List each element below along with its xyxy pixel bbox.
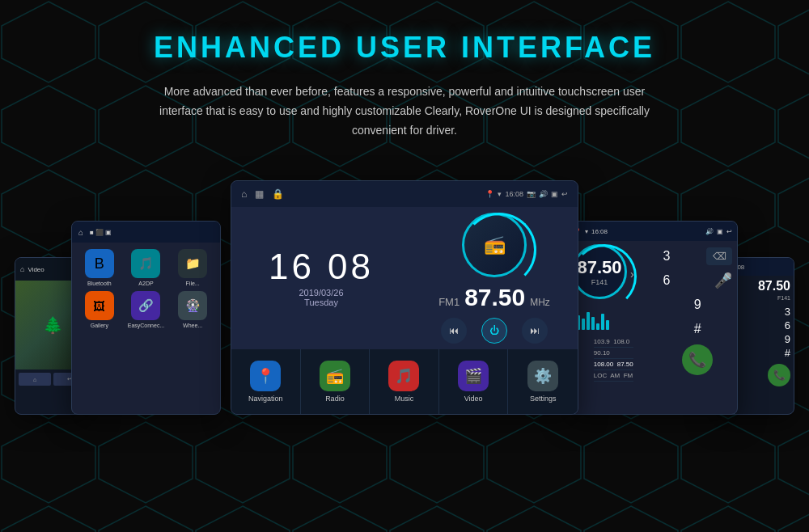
video-icon: 🎬 [458, 361, 489, 391]
fm-unit: MHz [530, 297, 550, 308]
sr-circle-row: 87.50 F141 › [572, 244, 655, 304]
bar-8 [606, 320, 609, 330]
center-header: ⌂ ▦ 🔒 📍 ▾ 16:08 📷 🔊 ▣ ↩ [231, 181, 578, 207]
header-right: 🔊 ▣ ↩ [705, 228, 732, 235]
sfl-title: Video [28, 266, 44, 273]
wifi-icon: ▾ [585, 228, 588, 235]
sr-bars-row [572, 307, 655, 333]
easyconnect-icon: 🔗 [131, 291, 160, 320]
disp-icon: ▣ [717, 228, 723, 235]
sr-numpad-right: 3 ⌫ 6 🎤 9 # 📞 [659, 241, 737, 414]
music-icon: 🎵 [388, 361, 419, 391]
header-left: ⌂ ▦ 🔒 [241, 188, 284, 200]
play-button[interactable]: ⏻ [481, 318, 507, 344]
app-a2dp[interactable]: 🎵 A2DP [125, 249, 167, 286]
app-wheel[interactable]: 🎡 Whee... [172, 291, 214, 328]
app-label: Navigation [248, 395, 283, 403]
media-controls: ⏮ ⏻ ⏭ [441, 318, 548, 344]
app-label: A2DP [138, 281, 153, 286]
radio-panel: 📻 FM1 87.50 MHz ⏮ ⏻ ⏭ [411, 207, 578, 349]
app-easyconnect[interactable]: 🔗 EasyConnec... [125, 291, 167, 328]
home-icon: ⌂ [241, 188, 247, 200]
app-bluetooth[interactable]: B Bluetooth [78, 249, 121, 286]
fm-frequency: 87.50 [464, 284, 525, 311]
station-item-active[interactable]: 108.00 87.50 [594, 359, 633, 370]
app-label: Bluetooth [87, 281, 112, 286]
page-content: ENHANCED USER INTERFACE More advanced th… [0, 0, 809, 424]
camera-icon: 📷 [527, 190, 536, 198]
app-label: Whee... [183, 323, 202, 328]
sr-header: 📍 ▾ 16:08 🔊 ▣ ↩ [569, 222, 737, 241]
app-label: EasyConnec... [128, 323, 165, 328]
lock-icon: 🔒 [272, 188, 284, 200]
num-3[interactable]: 3 [663, 247, 671, 265]
station-list: 103.9 108.0 90.10 108.00 87.50 LOC AM FM [591, 333, 637, 411]
app-label: Settings [530, 395, 557, 403]
time-text: 16:08 [591, 228, 608, 235]
radio-app-icon: 📻 [320, 361, 350, 391]
station-bottom: LOC AM FM [594, 370, 633, 382]
app-video[interactable]: 🎬 Video [439, 349, 509, 414]
station-item[interactable]: 103.9 108.0 [594, 336, 633, 348]
gps-icon: 📍 [485, 190, 494, 198]
app-music[interactable]: 🎵 Music [370, 349, 439, 414]
prev-button[interactable]: ⏮ [441, 318, 467, 344]
screen-right: 📍 ▾ 16:08 🔊 ▣ ↩ 87.50 [568, 221, 738, 415]
num-6[interactable]: 6 [663, 272, 671, 289]
sr-numpad-row-2: 6 🎤 [663, 272, 732, 289]
equalizer-bars [572, 307, 655, 330]
sr-freq-display: 87.50 F141 [577, 257, 621, 286]
app-label: Radio [325, 395, 345, 403]
station-item[interactable]: 90.10 [594, 348, 633, 359]
navigation-icon: 📍 [250, 361, 281, 391]
app-radio[interactable]: 📻 Radio [301, 349, 371, 414]
sml-header: ⌂ ■ ⬛ ▣ [72, 222, 220, 243]
page-title: ENHANCED USER INTERFACE [154, 31, 655, 65]
sr-numpad-row-1: 3 ⌫ [663, 247, 732, 265]
header-left: 📍 ▾ 16:08 [574, 228, 608, 235]
menu-icon: ▦ [255, 188, 264, 200]
back-icon: ↩ [561, 190, 568, 198]
sr-radio-circle: 87.50 F141 [572, 244, 627, 299]
bar-6 [596, 323, 599, 330]
app-row: 📍 Navigation 📻 Radio 🎵 Music 🎬 Video ⚙️ [231, 349, 578, 414]
bar-4 [587, 312, 590, 330]
screen-mid-left: ⌂ ■ ⬛ ▣ B Bluetooth 🎵 A2DP 📁 File... 🖼 [71, 221, 221, 415]
vol-icon: 🔊 [705, 228, 714, 235]
sr-body: 87.50 F141 › [569, 241, 737, 414]
app-label: File... [186, 281, 200, 286]
gallery-icon: 🖼 [85, 291, 114, 320]
app-gallery[interactable]: 🖼 Gallery [78, 291, 121, 328]
header-indicators: ■ ⬛ ▣ [90, 229, 112, 236]
next-button[interactable]: ⏭ [522, 318, 548, 344]
app-file[interactable]: 📁 File... [172, 249, 214, 286]
app-navigation[interactable]: 📍 Navigation [231, 349, 301, 414]
screens-container: ⌂ Video 🌲 ⌂ ↩ ⌂ ■ ⬛ ▣ B Bluetooth 🎵 [0, 166, 809, 424]
time-display: 16:08 [505, 190, 523, 198]
sr-radio-left: 87.50 F141 › [569, 241, 659, 414]
header-status: 📍 ▾ 16:08 📷 🔊 ▣ ↩ [485, 190, 568, 198]
center-main-panel: 16 08 2019/03/26 Tuesday 📻 FM1 87.50 MHz [231, 207, 578, 349]
mic-icon[interactable]: 🎤 [714, 272, 732, 289]
page-subtitle: More advanced than ever before, features… [154, 82, 655, 140]
app-settings[interactable]: ⚙️ Settings [508, 349, 578, 414]
file-icon: 📁 [178, 249, 207, 278]
bar-7 [601, 314, 604, 330]
call-button[interactable]: 📞 [682, 344, 713, 375]
date-display: 2019/03/26 Tuesday [299, 288, 343, 307]
clock-panel: 16 08 2019/03/26 Tuesday [231, 207, 411, 349]
sml-app-grid: B Bluetooth 🎵 A2DP 📁 File... 🖼 Gallery 🔗 [72, 243, 220, 335]
delete-button[interactable]: ⌫ [706, 247, 732, 265]
sfr-call-button[interactable]: 📞 [768, 364, 790, 386]
sfl-nav-btn[interactable]: ⌂ [19, 373, 51, 386]
radio-circle: 📻 [462, 213, 527, 277]
num-9[interactable]: 9 [663, 296, 732, 314]
screen-center: ⌂ ▦ 🔒 📍 ▾ 16:08 📷 🔊 ▣ ↩ 16 08 [231, 180, 578, 415]
fm-label: FM1 [438, 296, 460, 308]
clock-display: 16 08 [269, 249, 374, 285]
num-hash[interactable]: # [663, 320, 732, 338]
fm-info: FM1 87.50 MHz [438, 284, 550, 311]
a2dp-icon: 🎵 [131, 249, 160, 278]
settings-icon: ⚙️ [527, 361, 558, 391]
app-label: Video [464, 395, 483, 403]
